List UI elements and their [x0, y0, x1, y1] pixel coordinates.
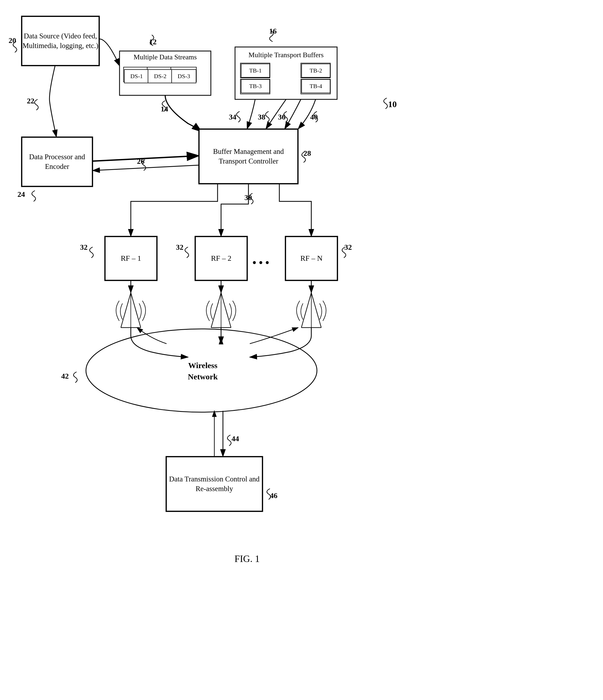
ref-16: 16	[269, 27, 276, 35]
ref-36: 36	[278, 113, 286, 121]
data-processor-label: Data Processor and Encoder	[22, 152, 92, 171]
rf1-box: RF – 1	[105, 236, 157, 281]
figure-label: FIG. 1	[220, 553, 274, 565]
svg-line-27	[221, 293, 231, 328]
ref-32b: 32	[176, 243, 184, 252]
ref-12: 12	[149, 38, 156, 46]
ref-20: 20	[8, 36, 16, 45]
ref-34: 34	[229, 113, 236, 121]
data-transmission-box: Data Transmission Control and Re-assembl…	[166, 456, 263, 511]
rf2-box: RF – 2	[195, 236, 247, 281]
ds3-box: DS-3	[171, 69, 196, 83]
rfn-box: RF – N	[285, 236, 338, 281]
data-source-label: Data Source (Video feed, Multimedia, log…	[22, 31, 99, 50]
svg-line-23	[131, 293, 141, 328]
ref-44: 44	[232, 434, 239, 443]
tb2-box: TB-2	[302, 64, 330, 78]
svg-line-31	[311, 293, 321, 328]
data-source-box: Data Source (Video feed, Multimedia, log…	[22, 16, 99, 66]
ref-30: 30	[244, 193, 252, 202]
data-transmission-label: Data Transmission Control and Re-assembl…	[167, 474, 262, 493]
ref-14: 14	[161, 105, 168, 113]
ref-42: 42	[61, 372, 69, 380]
svg-line-22	[121, 293, 131, 328]
ref-24: 24	[18, 190, 25, 199]
ref-10: 10	[388, 99, 397, 109]
data-processor-box: Data Processor and Encoder	[22, 137, 93, 186]
ds2-box: DS-2	[148, 69, 173, 83]
ref-40: 40	[310, 113, 318, 121]
buffer-management-label: Buffer Management and Transport Controll…	[199, 147, 297, 166]
svg-line-26	[211, 293, 221, 328]
ref-32a: 32	[80, 243, 88, 252]
diagram: Data Source (Video feed, Multimedia, log…	[0, 0, 603, 700]
ref-26: 26	[137, 157, 145, 166]
ds1-box: DS-1	[124, 69, 149, 83]
diagram-svg	[0, 0, 603, 700]
tb1-box: TB-1	[241, 64, 270, 78]
ref-22: 22	[27, 97, 34, 105]
wireless-network-label: WirelessNetwork	[177, 360, 228, 382]
ref-32c: 32	[344, 243, 352, 252]
svg-line-20	[93, 156, 199, 161]
ellipsis-dots: • • •	[252, 256, 269, 269]
multiple-transport-buffers-title: Multiple Transport Buffers	[235, 47, 337, 63]
svg-line-30	[302, 293, 311, 328]
buffer-management-box: Buffer Management and Transport Controll…	[199, 129, 298, 184]
ref-38: 38	[258, 113, 265, 121]
svg-line-21	[93, 165, 199, 171]
ref-28: 28	[304, 149, 311, 158]
tb3-box: TB-3	[241, 79, 270, 93]
tb4-box: TB-4	[302, 79, 330, 93]
ref-46: 46	[270, 491, 278, 500]
